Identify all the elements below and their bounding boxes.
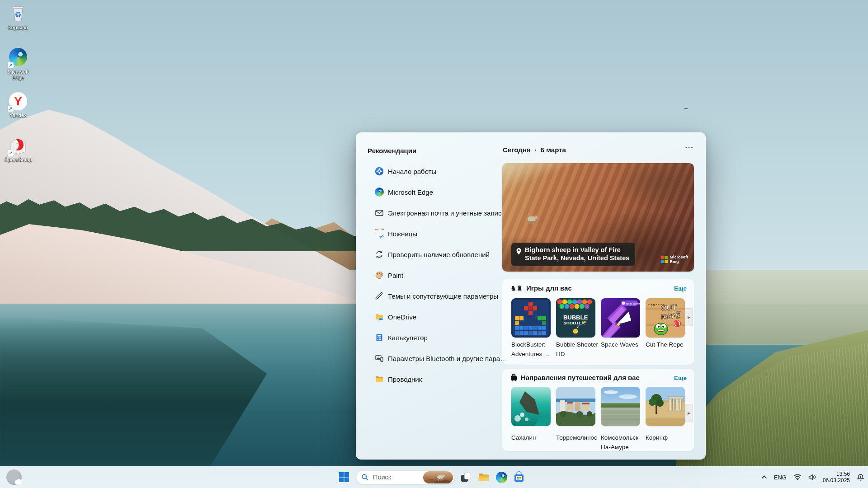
- svg-text:CUT: CUT: [661, 303, 678, 313]
- taskbar-search-box[interactable]: [356, 470, 454, 484]
- desktop-icon-yandex[interactable]: Y ↗ Yandex: [1, 91, 35, 118]
- opera-setup-icon: ↗: [8, 136, 28, 155]
- travel-label: Коринф: [646, 433, 690, 452]
- recommendation-label: Начало работы: [388, 168, 436, 175]
- language-indicator[interactable]: ENG: [774, 474, 787, 481]
- microsoft-bing-logo: Microsoft Bing: [661, 255, 689, 264]
- travel-card: Направления путешествий для вас Еще: [502, 369, 694, 451]
- mail-icon: [375, 208, 384, 217]
- tray-date: 06.03.2025: [823, 477, 850, 484]
- wallpaper-far-shore: [695, 270, 868, 345]
- travel-tile-komsomolsk[interactable]: [601, 387, 640, 426]
- shortcut-arrow-icon: ↗: [8, 150, 14, 156]
- recommendation-calculator[interactable]: Калькулятор: [375, 327, 510, 348]
- snipping-tool-icon: ✂: [375, 229, 384, 238]
- edge-icon: ↗: [8, 48, 28, 68]
- desktop-icon-microsoft-edge[interactable]: ↗ Microsoft Edge: [1, 47, 35, 81]
- task-view-button[interactable]: [460, 471, 472, 483]
- recommendation-onedrive[interactable]: OneDrive: [375, 306, 510, 327]
- shortcut-arrow-icon: ↗: [8, 62, 14, 68]
- recommendation-themes[interactable]: Темы и сопутствующие параметры: [375, 286, 510, 306]
- file-explorer-button[interactable]: [478, 471, 490, 483]
- hidden-icons-button[interactable]: [761, 475, 767, 479]
- recommendation-snipping-tool[interactable]: ✂ Ножницы: [375, 223, 510, 244]
- devices-icon: [375, 354, 384, 363]
- edge-browser-button[interactable]: [495, 471, 507, 483]
- recommendation-label: OneDrive: [388, 313, 416, 321]
- windows-logo-icon: [339, 472, 349, 482]
- recommendation-file-explorer[interactable]: Проводник: [375, 369, 510, 389]
- game-tile-blockbuster[interactable]: [511, 298, 551, 338]
- travel-label: Торремолинос: [556, 433, 601, 452]
- bing-daily-image[interactable]: Bighorn sheep in Valley of Fire State Pa…: [502, 163, 694, 272]
- svg-text:crazy games: crazy games: [626, 302, 640, 305]
- recommendation-label: Калькулятор: [388, 334, 428, 342]
- svg-text:♻: ♻: [14, 10, 21, 19]
- folder-icon: [375, 375, 384, 384]
- game-tile-bubble-shooter[interactable]: BUBBLE SHOOTER HD: [556, 298, 595, 338]
- image-caption: Bighorn sheep in Valley of Fire State Pa…: [511, 243, 635, 266]
- bell-dnd-icon: z: [857, 474, 864, 481]
- desktop-icon-label: Yandex: [1, 113, 35, 118]
- game-tile-space-waves[interactable]: crazy games: [601, 298, 640, 338]
- start-button[interactable]: [338, 471, 350, 483]
- recycle-bin-icon: ♻: [8, 4, 28, 23]
- bullet-separator: •: [535, 147, 537, 153]
- recommendation-get-started[interactable]: Начало работы: [375, 161, 510, 182]
- onedrive-folder-icon: [375, 312, 384, 321]
- recommendation-label: Paint: [388, 272, 403, 279]
- game-label: BlockBuster:Adventures …: [511, 340, 556, 359]
- today-label: Сегодня: [503, 146, 531, 154]
- game-tile-labels: BlockBuster:Adventures … Bubble ShooterH…: [511, 340, 690, 359]
- microsoft-store-button[interactable]: [513, 471, 525, 483]
- file-explorer-icon: [478, 471, 490, 483]
- travel-more-link[interactable]: Еще: [674, 375, 687, 381]
- search-highlight-image[interactable]: [423, 471, 453, 483]
- search-input[interactable]: [372, 473, 423, 481]
- recommendation-label: Электронная почта и учетные записи: [388, 209, 505, 217]
- recommendation-bluetooth-devices[interactable]: Параметры Bluetooth и другие пара…: [375, 348, 510, 369]
- travel-title: Направления путешествий для вас: [521, 374, 640, 381]
- microsoft-logo-icon: [661, 256, 668, 263]
- games-more-link[interactable]: Еще: [674, 285, 687, 292]
- games-scroll-right-button[interactable]: ▶: [685, 308, 693, 326]
- travel-scroll-right-button[interactable]: ▶: [685, 404, 693, 422]
- edge-icon: [375, 188, 384, 197]
- clock[interactable]: 13:56 06.03.2025: [823, 471, 850, 484]
- recommendation-microsoft-edge[interactable]: Microsoft Edge: [375, 182, 510, 202]
- network-button[interactable]: [793, 474, 802, 480]
- speaker-icon: [808, 474, 816, 480]
- system-tray: ENG 13:56 06.03.2025 z: [761, 466, 864, 488]
- recommendation-mail-accounts[interactable]: Электронная почта и учетные записи: [375, 202, 510, 223]
- travel-tile-torremolinos[interactable]: [556, 387, 595, 426]
- recommendation-label: Ножницы: [388, 230, 417, 238]
- recommendation-check-updates[interactable]: Проверить наличие обновлений: [375, 244, 510, 265]
- recommendation-paint[interactable]: Paint: [375, 265, 510, 286]
- desktop-icon-recycle-bin[interactable]: ♻ Корзина: [1, 4, 35, 31]
- recommendation-label: Параметры Bluetooth и другие пара…: [388, 355, 507, 362]
- widgets-weather-button[interactable]: [6, 469, 22, 485]
- recommendation-label: Microsoft Edge: [388, 188, 433, 196]
- notifications-button[interactable]: z: [857, 474, 864, 481]
- travel-tile-corinth[interactable]: [646, 387, 685, 426]
- svg-text:SHOOTER: SHOOTER: [564, 320, 585, 325]
- search-home-panel: Рекомендации Начало работы Microsoft Ed: [356, 132, 706, 460]
- cloud-icon: [14, 478, 23, 484]
- svg-text:BUBBLE: BUBBLE: [563, 314, 588, 321]
- travel-label: Сахалин: [511, 433, 556, 452]
- game-tile-cut-the-rope[interactable]: ✂ CUT the ROPE: [646, 298, 685, 338]
- desktop-icon-label: OperaSetup: [1, 157, 35, 163]
- travel-tile-sakhalin[interactable]: [511, 387, 551, 426]
- recommendation-label: Темы и сопутствующие параметры: [388, 292, 498, 300]
- caption-line1: Bighorn sheep in Valley of Fire: [525, 246, 629, 254]
- travel-label: Комсомольск-На-Амуре: [601, 433, 646, 452]
- bird: [684, 108, 689, 111]
- desktop-icon-opera-setup[interactable]: ↗ OperaSetup: [1, 136, 35, 163]
- update-refresh-icon: [375, 250, 384, 259]
- game-label: Space Waves: [601, 340, 646, 359]
- svg-text:HD: HD: [582, 321, 586, 324]
- volume-button[interactable]: [808, 474, 816, 480]
- more-options-button[interactable]: ···: [683, 143, 696, 153]
- caption-line2: State Park, Nevada, United States: [525, 254, 629, 263]
- taskbar-center-group: [338, 466, 525, 488]
